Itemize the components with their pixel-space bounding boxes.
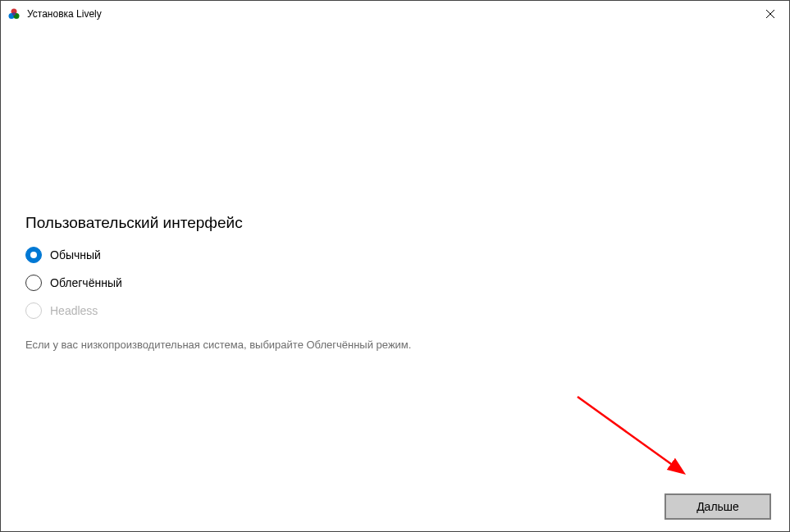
radio-label-lite: Облегчённый: [50, 276, 122, 289]
window-title: Установка Lively: [27, 8, 102, 20]
titlebar: Установка Lively: [1, 1, 789, 27]
svg-point-3: [12, 12, 16, 16]
close-icon: [766, 9, 774, 20]
next-button-label: Дальше: [696, 500, 739, 513]
next-button[interactable]: Дальше: [664, 493, 771, 520]
content-area: Пользовательский интерфейс Обычный Облег…: [1, 27, 789, 351]
close-button[interactable]: [751, 1, 789, 27]
app-icon: [7, 7, 21, 20]
radio-option-lite[interactable]: Облегчённый: [25, 275, 765, 291]
svg-line-7: [578, 397, 683, 472]
annotation-arrow: [569, 392, 701, 490]
radio-icon: [25, 302, 42, 319]
radio-option-normal[interactable]: Обычный: [25, 247, 765, 263]
hint-text: Если у вас низкопроизводительная система…: [25, 339, 765, 351]
radio-icon: [25, 247, 42, 263]
radio-label-normal: Обычный: [50, 248, 101, 261]
ui-mode-radio-group: Обычный Облегчённый Headless: [25, 247, 765, 319]
titlebar-left: Установка Lively: [7, 7, 102, 20]
radio-option-headless: Headless: [25, 302, 765, 319]
radio-label-headless: Headless: [50, 304, 98, 317]
radio-icon: [25, 275, 42, 291]
section-heading: Пользовательский интерфейс: [25, 214, 765, 232]
